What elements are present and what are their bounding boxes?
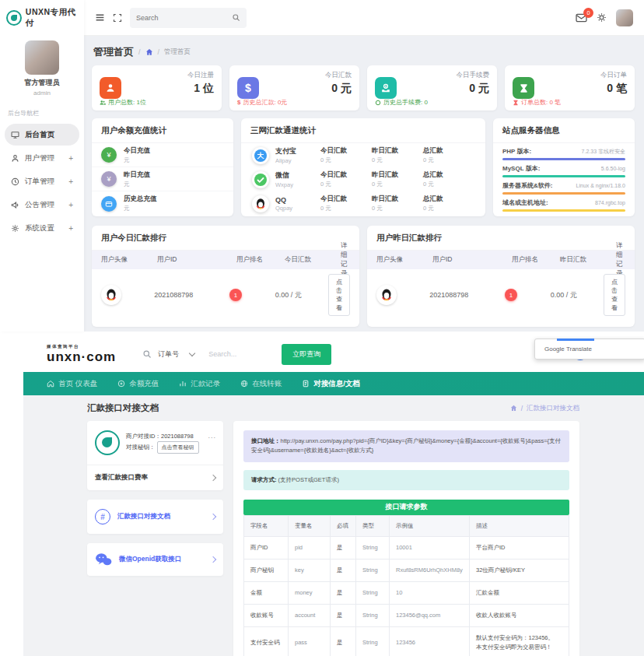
search-icon	[142, 349, 152, 359]
stats-row: 今日注册 1 位 用户总数: 1位 今日汇款 0 元 $ $ 历史总汇款: 0元	[92, 65, 635, 111]
sidebar-item-home[interactable]: 后台首页	[5, 124, 79, 146]
amount: 0.00 / 元	[275, 290, 328, 300]
deposit-stat-icon	[375, 77, 397, 99]
home-icon[interactable]	[145, 48, 153, 56]
merchant-portal: 媒体查询平台 unxn·com 订单号 立即查询 ¥ 账户余额 Google T…	[23, 336, 644, 656]
order-search-bar: 订单号 立即查询	[142, 344, 331, 365]
fullscreen-icon[interactable]	[113, 13, 122, 23]
api-method: (支持POST或GET请求)	[278, 476, 339, 483]
sidebar-item-announcements[interactable]: 公告管理 +	[5, 194, 79, 216]
portal-topbar: 媒体查询平台 unxn·com 订单号 立即查询 ¥ 账户余额 Google T…	[23, 336, 644, 372]
chevron-right-icon	[210, 556, 216, 563]
server-row-mysql: MySQL 版本:5.6.50-log	[493, 160, 635, 177]
merchant-key-line: 对接秘钥： 点击查看秘钥	[126, 441, 199, 454]
api-method-box: 请求方式: (支持POST或GET请求)	[243, 470, 569, 490]
rank-table-yesterday: 用户昨日汇款排行 用户头像 用户ID 用户排名 昨日汇款 详细记录 202108…	[367, 226, 635, 327]
nav-item-records[interactable]: 汇款记录	[179, 379, 220, 389]
stat-card-orders: 今日订单 0 笔 订单总数: 0 笔	[505, 65, 635, 111]
nav-item-recharge[interactable]: 余额充值	[117, 379, 159, 389]
header-avatar[interactable]	[616, 9, 633, 26]
profile-avatar[interactable]	[25, 40, 59, 75]
channel-row-wechat: 微信 Wxpay 今日汇款0 元 昨日汇款0 元 总汇款0 元	[241, 167, 485, 191]
order-search-input[interactable]	[208, 350, 275, 358]
stat-card-registrations: 今日注册 1 位 用户总数: 1位	[92, 65, 222, 111]
home-icon	[47, 380, 54, 388]
view-key-button[interactable]: 点击查看秘钥	[157, 441, 199, 454]
merchant-id-value: 2021088798	[161, 433, 194, 440]
home-icon[interactable]	[510, 405, 517, 412]
bar-chart-icon	[179, 380, 187, 388]
view-details-button[interactable]: 点击查看	[604, 274, 625, 316]
dollar-stat-icon: $	[237, 77, 259, 99]
theme-icon[interactable]	[597, 12, 607, 23]
merchant-id-line: 商户对接ID：2021088798	[126, 432, 199, 442]
sidebar-item-label: 后台首页	[25, 130, 54, 140]
server-row-domain: 域名或主机地址:874.rgbc.top	[493, 195, 635, 212]
sidebar-item-label: 公告管理	[25, 200, 54, 210]
params-title-bar: 接口请求参数	[243, 500, 569, 515]
amount: 0.00 / 元	[551, 290, 604, 300]
table-header-row: 用户头像 用户ID 用户排名 今日汇款 详细记录	[92, 251, 359, 269]
api-url-box: 接口地址：http://pay.unxn.com/pay.php?pid={商户…	[243, 430, 569, 462]
sidebar-item-users[interactable]: 用户管理 +	[5, 147, 79, 169]
expand-plus-icon: +	[68, 224, 73, 233]
mail-badge: 0	[583, 8, 593, 18]
profile-role: admin	[0, 89, 84, 96]
google-translate-label: Google Translate	[544, 346, 592, 353]
channel-stats-panel: 三网汇款通道统计 支付宝 Alipay 今日汇款0 元 昨日汇款0 元 总汇款0…	[241, 118, 485, 216]
monitor-icon	[11, 131, 19, 139]
profile-block: 官方管理员 admin	[0, 36, 84, 100]
rank-badge: 1	[229, 289, 242, 301]
recharge-row-today: ¥ 今日充值 元	[92, 143, 233, 167]
params-table: 字段名变量名 必填类型 示例值描述 商户IDpid 是String 10001平…	[243, 515, 569, 656]
more-button[interactable]: ...	[208, 432, 216, 440]
mail-button[interactable]: 0	[576, 13, 587, 23]
api-icon: #	[95, 509, 110, 524]
search-input[interactable]	[136, 14, 227, 22]
search-type-select[interactable]: 订单号	[158, 349, 194, 360]
portal-logo[interactable]: 媒体查询平台 unxn·com	[47, 345, 116, 363]
breadcrumb-current: 管理首页	[164, 47, 191, 57]
expand-plus-icon: +	[68, 177, 73, 186]
nav-item-transfer[interactable]: 在线转账	[240, 379, 282, 389]
nav-item-home[interactable]: 首页 仪表盘	[47, 379, 97, 389]
rate-link[interactable]: 查看汇款接口费率	[87, 465, 223, 490]
hamburger-menu-icon[interactable]	[95, 12, 105, 23]
param-row-pass: 支付安全码pass 是String 123456默认支付安全码为：123456。…	[244, 626, 569, 656]
table-header-row: 用户头像 用户ID 用户排名 昨日汇款 详细记录	[367, 251, 635, 269]
rank-table-today: 用户今日汇款排行 用户头像 用户ID 用户排名 今日汇款 详细记录 202108…	[92, 226, 359, 327]
search-icon[interactable]	[232, 13, 240, 22]
app-logo[interactable]: UNXN专用代付	[0, 0, 84, 36]
openid-link-card[interactable]: 微信Openid获取接口	[87, 543, 223, 576]
user-icon	[11, 154, 19, 163]
portal-breadcrumb: / 汇款接口对接文档	[510, 404, 579, 413]
view-details-button[interactable]: 点击查看	[328, 274, 350, 316]
users-mini-icon	[100, 100, 106, 106]
profile-name: 官方管理员	[0, 78, 84, 88]
recharge-row-total: 历史总充值 元	[92, 191, 233, 216]
param-row-key: 商户秘钥key 是String Rxuf8sRM6UrhQhXHM8y32位商户…	[244, 559, 569, 581]
top-header: 0	[84, 0, 644, 36]
stat-footer: 订单总数: 0 笔	[513, 98, 561, 107]
google-translate-popup[interactable]: Google Translate	[534, 339, 644, 360]
dollar-mini-icon: $	[237, 99, 240, 106]
param-row-account: 收款账号account 是String 123456@qq.com收款人收款账号	[244, 604, 569, 626]
sidebar-section-label: 后台导航栏	[0, 100, 84, 122]
stat-card-remit-today: 今日汇款 0 元 $ $ 历史总汇款: 0元	[229, 65, 359, 111]
portal-page-title: 汇款接口对接文档	[87, 402, 159, 414]
server-row-os: 服务器系统&软件:Linux & nginx/1.18.0	[493, 177, 635, 195]
sidebar-item-settings[interactable]: 系统设置 +	[5, 217, 79, 239]
breadcrumb-current: 汇款接口对接文档	[527, 404, 579, 413]
sidebar-item-label: 系统设置	[25, 223, 54, 233]
nav-item-docs[interactable]: 对接信息/文档	[302, 379, 360, 389]
query-button[interactable]: 立即查询	[282, 344, 331, 365]
search-box[interactable]	[130, 8, 247, 28]
breadcrumb: 管理首页 / / 管理首页	[92, 42, 635, 65]
sidebar-item-label: 用户管理	[25, 153, 54, 163]
chevron-right-icon	[210, 475, 216, 481]
api-doc-link-card[interactable]: # 汇款接口对接文档	[87, 500, 223, 534]
sidebar-item-orders[interactable]: 订单管理 +	[5, 170, 79, 192]
user-id: 2021088798	[429, 291, 505, 299]
app-logo-text: UNXN专用代付	[26, 7, 84, 29]
app-logo-icon	[6, 10, 22, 26]
